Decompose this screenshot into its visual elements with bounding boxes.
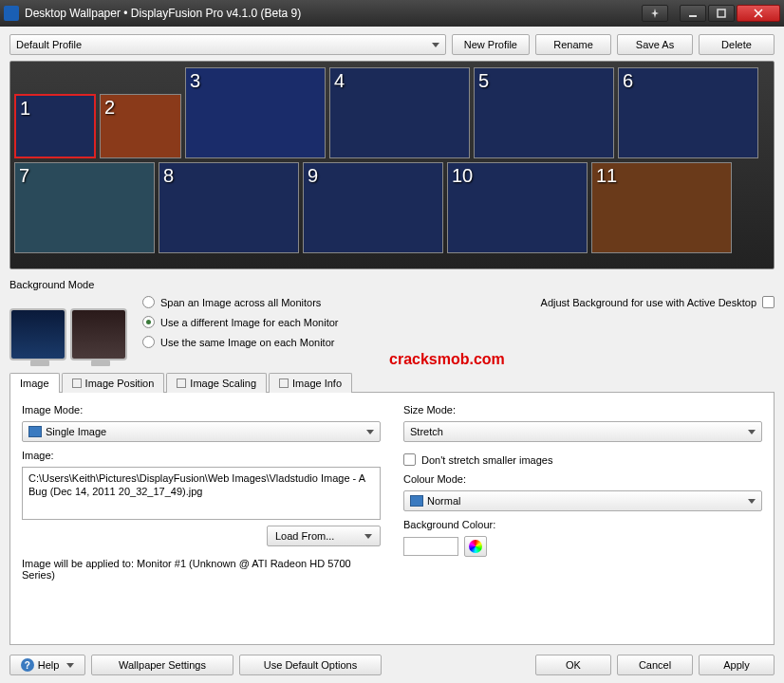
monitor-thumb-2[interactable]: 2 — [100, 94, 181, 158]
checkbox-icon — [762, 296, 775, 308]
help-button[interactable]: ? Help — [9, 655, 85, 675]
background-mode-radios: Span an Image across all Monitors Use a … — [142, 294, 339, 348]
right-column: Size Mode: Stretch Don't stretch smaller… — [403, 402, 762, 635]
image-label: Image: — [22, 450, 381, 461]
status-text: Image will be applied to: Monitor #1 (Un… — [22, 558, 381, 581]
monitor-thumb-1[interactable]: 1 — [14, 94, 96, 158]
system-buttons — [642, 5, 780, 22]
new-profile-button[interactable]: New Profile — [452, 34, 530, 55]
colour-swatch[interactable] — [403, 537, 458, 556]
tab-image-info[interactable]: Image Info — [269, 373, 352, 393]
chevron-down-icon — [748, 499, 756, 504]
svg-rect-1 — [718, 9, 725, 17]
app-icon — [4, 6, 19, 21]
ok-button[interactable]: OK — [535, 655, 611, 675]
profile-select[interactable]: Default Profile — [9, 34, 446, 55]
image-mode-select[interactable]: Single Image — [22, 421, 381, 442]
adjust-active-desktop[interactable]: Adjust Background for use with Active De… — [541, 294, 775, 308]
colour-mode-select[interactable]: Normal — [403, 490, 762, 511]
bg-colour-row — [403, 536, 762, 557]
watermark: cracksmob.com — [389, 351, 505, 368]
image-icon — [28, 426, 42, 437]
monitor-thumb-4[interactable]: 4 — [329, 67, 470, 158]
tab-image-position[interactable]: Image Position — [62, 373, 165, 393]
monitor-thumb-5[interactable]: 5 — [474, 67, 614, 158]
chevron-down-icon — [66, 663, 74, 668]
saveas-button[interactable]: Save As — [617, 34, 693, 55]
monitor-icon — [70, 308, 127, 360]
use-default-options-button[interactable]: Use Default Options — [239, 655, 382, 675]
rename-button[interactable]: Rename — [535, 34, 611, 55]
colour-mode-label: Colour Mode: — [403, 473, 762, 485]
chevron-down-icon — [364, 534, 372, 539]
radio-icon — [142, 336, 155, 348]
monitor-thumb-10[interactable]: 10 — [447, 162, 588, 253]
profile-selected: Default Profile — [16, 39, 82, 50]
wallpaper-settings-button[interactable]: Wallpaper Settings — [91, 655, 233, 675]
radio-icon — [142, 316, 155, 328]
image-icon — [410, 495, 423, 507]
tab-bar: Image Image Position Image Scaling Image… — [9, 372, 775, 393]
help-icon: ? — [21, 658, 34, 672]
size-mode-label: Size Mode: — [403, 404, 762, 415]
image-path-box[interactable]: C:\Users\Keith\Pictures\DisplayFusion\We… — [22, 467, 381, 520]
maximize-button[interactable] — [708, 5, 735, 22]
cancel-button[interactable]: Cancel — [617, 655, 693, 675]
tab-content: Image Mode: Single Image Image: C:\Users… — [9, 393, 775, 645]
size-mode-select[interactable]: Stretch — [403, 421, 762, 442]
square-icon — [72, 378, 82, 388]
chevron-down-icon — [432, 43, 439, 47]
close-button[interactable] — [737, 5, 780, 22]
monitor-illustration — [9, 294, 133, 360]
minimize-button[interactable] — [680, 5, 706, 22]
delete-button[interactable]: Delete — [699, 34, 775, 55]
pin-button[interactable] — [642, 5, 668, 22]
monitor-thumb-3[interactable]: 3 — [185, 67, 326, 158]
square-icon — [177, 378, 186, 388]
radio-icon — [142, 296, 155, 308]
monitor-thumb-9[interactable]: 9 — [303, 162, 443, 253]
monitor-thumb-11[interactable]: 11 — [591, 162, 732, 253]
monitor-thumbnails: 1 2 3 4 5 6 7 8 9 10 11 — [9, 61, 775, 269]
profile-row: Default Profile New Profile Rename Save … — [9, 34, 775, 55]
radio-span[interactable]: Span an Image across all Monitors — [142, 296, 339, 308]
load-from-button[interactable]: Load From... — [267, 526, 381, 546]
radio-diff[interactable]: Use a different Image for each Monitor — [142, 316, 339, 328]
checkbox-icon — [403, 453, 416, 466]
chevron-down-icon — [748, 430, 756, 434]
titlebar: Desktop Wallpaper • DisplayFusion Pro v4… — [0, 0, 784, 27]
monitor-icon — [9, 308, 66, 360]
bottom-bar: ? Help Wallpaper Settings Use Default Op… — [9, 645, 775, 675]
background-mode-section: Background Mode Span an Image across all… — [9, 279, 775, 360]
monitor-thumb-7[interactable]: 7 — [14, 162, 155, 253]
tab-image-scaling[interactable]: Image Scaling — [166, 373, 267, 393]
monitor-thumb-6[interactable]: 6 — [618, 67, 758, 158]
svg-rect-0 — [689, 15, 697, 17]
chevron-down-icon — [366, 430, 374, 434]
left-column: Image Mode: Single Image Image: C:\Users… — [22, 402, 381, 635]
image-mode-label: Image Mode: — [22, 404, 381, 415]
tab-image[interactable]: Image — [9, 373, 60, 393]
bg-colour-label: Background Colour: — [403, 519, 762, 530]
apply-button[interactable]: Apply — [699, 655, 775, 675]
dont-stretch-checkbox[interactable]: Don't stretch smaller images — [403, 453, 762, 466]
radio-same[interactable]: Use the same Image on each Monitor — [142, 336, 339, 348]
background-mode-label: Background Mode — [9, 279, 775, 290]
window-title: Desktop Wallpaper • DisplayFusion Pro v4… — [25, 7, 642, 20]
monitor-thumb-8[interactable]: 8 — [159, 162, 299, 253]
colour-picker-button[interactable] — [464, 536, 487, 557]
content-area: Default Profile New Profile Rename Save … — [0, 27, 784, 683]
colour-wheel-icon — [469, 540, 482, 553]
square-icon — [279, 378, 289, 388]
